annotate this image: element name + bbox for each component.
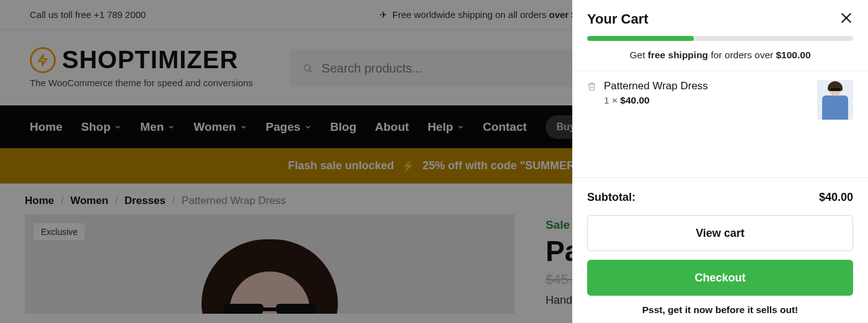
cart-item: Patterned Wrap Dress 1 × $40.00 xyxy=(587,80,853,120)
cart-item-name[interactable]: Patterned Wrap Dress xyxy=(604,80,810,92)
cart-item-qty: 1 × $40.00 xyxy=(604,95,810,106)
checkout-button[interactable]: Checkout xyxy=(587,260,853,296)
view-cart-button[interactable]: View cart xyxy=(587,215,853,251)
ship-text: for orders over xyxy=(708,50,776,60)
subtotal-value: $40.00 xyxy=(819,191,853,204)
cart-drawer: Your Cart Get free shipping for orders o… xyxy=(572,0,868,323)
close-icon[interactable] xyxy=(839,11,853,27)
ship-text: Get xyxy=(629,50,647,60)
qty-text: 1 × xyxy=(604,95,620,105)
trash-icon[interactable] xyxy=(587,82,596,94)
cart-footer: Subtotal: $40.00 View cart Checkout Psst… xyxy=(572,179,868,323)
shipping-progress xyxy=(587,36,853,41)
cart-items: Patterned Wrap Dress 1 × $40.00 xyxy=(572,71,868,128)
ship-bold: free shipping xyxy=(648,50,708,60)
shipping-progress-bar xyxy=(587,36,694,41)
cart-item-thumb[interactable] xyxy=(817,80,853,120)
cart-title: Your Cart xyxy=(587,11,649,27)
shipping-message: Get free shipping for orders over $100.0… xyxy=(572,41,868,71)
ship-threshold: $100.00 xyxy=(776,50,811,60)
subtotal-label: Subtotal: xyxy=(587,191,636,204)
urgency-text: Psst, get it now before it sells out! xyxy=(587,304,853,316)
item-price: $40.00 xyxy=(620,95,649,105)
